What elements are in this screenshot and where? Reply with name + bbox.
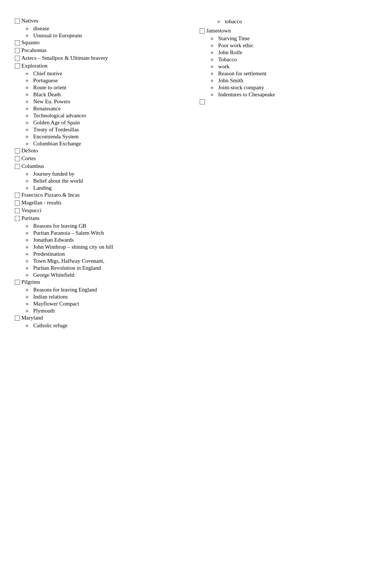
bullet-icon <box>15 216 20 221</box>
sub-item-label: Unusual to Europeans <box>33 32 192 39</box>
sub-bullet-icon: o <box>26 237 33 243</box>
list-item: Pocahontas <box>15 47 192 54</box>
sub-bullet-icon: o <box>26 134 33 139</box>
sub-list-item: oRoute to orient <box>15 84 192 91</box>
item-label: Maryland <box>21 315 192 321</box>
sub-bullet-icon: o <box>26 106 33 111</box>
bullet-icon <box>15 18 20 24</box>
item-label: Aztecs – Smallpox & Ultimate bravery <box>21 55 192 61</box>
sub-item-label: Catholic refuge <box>33 323 192 329</box>
list-item: DeSoto <box>15 148 192 154</box>
bullet-icon <box>15 208 20 213</box>
item-label: Exploration <box>21 63 192 69</box>
sub-list-item: oJohn Smith <box>200 77 377 84</box>
sub-list-item: oPortuguese <box>15 77 192 84</box>
sub-bullet-icon: o <box>26 287 33 293</box>
right-column: otobaccoJamestownoStarving TimeoPoor wor… <box>196 18 377 106</box>
sub-bullet-icon: o <box>26 223 33 229</box>
sub-item-label: disease <box>33 25 192 32</box>
list-item: Squanto <box>15 39 192 46</box>
list-item: Cortes <box>15 155 192 162</box>
sub-item-label: George Whitefield <box>33 272 192 278</box>
sub-bullet-icon: o <box>26 265 33 271</box>
list-item <box>200 99 377 104</box>
item-label: Magellan - results <box>21 200 192 206</box>
item-label: Puritans <box>21 215 192 221</box>
sub-list-item: oStarving Time <box>200 35 377 42</box>
list-item: Jamestown <box>200 28 377 34</box>
sub-bullet-icon: o <box>26 127 33 132</box>
sub-list-item: oJourney funded by <box>15 171 192 177</box>
sub-list-item: otobacco <box>206 18 242 25</box>
bullet-icon <box>15 193 20 198</box>
list-item: otobacco <box>200 18 377 26</box>
item-label: Jamestown <box>206 28 377 34</box>
sub-item-label: Reasons for leaving England <box>33 287 192 293</box>
sub-item-label: Mayflower Compact <box>33 301 192 307</box>
sub-item-label: Town Mtgs, Halfway Covenant, <box>33 258 192 264</box>
list-item: Columbus <box>15 163 192 169</box>
sub-list-item: oTreaty of Tordesillas <box>15 127 192 133</box>
list-item: Magellan - results <box>15 200 192 206</box>
sub-bullet-icon: o <box>26 294 33 300</box>
sub-list-item: oGeorge Whitefield <box>15 272 192 278</box>
sub-bullet-icon: o <box>211 42 218 48</box>
sub-bullet-icon: o <box>211 63 218 69</box>
sub-item-label: Chief motive <box>33 70 192 77</box>
item-label: Natives <box>21 18 192 24</box>
item-label: Pilgrims <box>21 279 192 285</box>
item-label: Columbus <box>21 163 192 169</box>
bullet-icon <box>200 28 205 34</box>
list-item: Natives <box>15 18 192 24</box>
sub-item-label: Treaty of Tordesillas <box>33 127 192 133</box>
sub-list-item: oPlymouth <box>15 308 192 314</box>
bullet-icon <box>15 164 20 169</box>
sub-list-item: oJonathan Edwards <box>15 237 192 243</box>
sub-list-item: owork <box>200 63 377 70</box>
sub-item-label: Reasons for leaving GB <box>33 223 192 229</box>
sub-item-label: Plymouth <box>33 308 192 314</box>
sub-item-label: Black Death <box>33 92 192 98</box>
sub-list-item: oJoint-stock company <box>200 84 377 91</box>
sub-bullet-icon: o <box>26 244 33 250</box>
sub-list-item: oTechnological advances <box>15 113 192 119</box>
sub-bullet-icon: o <box>26 84 33 90</box>
sub-bullet-icon: o <box>26 230 33 236</box>
sub-item-label: Columbian Exchange <box>33 141 192 147</box>
sub-bullet-icon: o <box>26 32 33 38</box>
list-item: Puritans <box>15 215 192 221</box>
bullet-icon <box>15 280 20 285</box>
bullet-icon <box>15 48 20 53</box>
bullet-icon <box>15 200 20 206</box>
sub-bullet-icon: o <box>26 92 33 97</box>
sub-list-item: oJohn Rolfe <box>200 49 377 56</box>
item-label: DeSoto <box>21 148 192 154</box>
sub-list-item: oEncomienda System <box>15 134 192 140</box>
bullet-icon <box>15 56 20 61</box>
left-column: NativesodiseaseoUnusual to EuropeansSqua… <box>15 18 196 330</box>
sub-item-label: Predestination <box>33 251 192 257</box>
bullet-icon <box>15 148 20 154</box>
sub-list-item: oReasons for leaving England <box>15 287 192 293</box>
sub-list-item: oPuritan Revolution in England <box>15 265 192 271</box>
sub-bullet-icon: o <box>26 171 33 177</box>
sub-bullet-icon: o <box>26 113 33 118</box>
sub-item-label: Tobacco <box>218 56 377 63</box>
sub-item-label: Technological advances <box>33 113 192 119</box>
sub-bullet-icon: o <box>26 185 33 191</box>
sub-list-item: oChief motive <box>15 70 192 77</box>
sub-list-item: oGolden Age of Spain <box>15 120 192 126</box>
sub-bullet-icon: o <box>26 70 33 76</box>
sub-item-label: John Smith <box>218 77 377 84</box>
sub-list-item: oReasons for leaving GB <box>15 223 192 229</box>
sub-item-label: Starving Time <box>218 35 377 42</box>
sub-bullet-icon: o <box>211 56 218 62</box>
sub-item-label: Golden Age of Spain <box>33 120 192 126</box>
item-label: Francisco Pizzaro & Incas <box>21 192 192 198</box>
sub-bullet-icon: o <box>211 92 218 97</box>
sub-list-item: oLanding <box>15 185 192 191</box>
item-label: Vespucci <box>21 207 192 214</box>
sub-list-item: oTown Mtgs, Halfway Covenant, <box>15 258 192 264</box>
sub-list-item: oCatholic refuge <box>15 323 192 329</box>
sub-list-item: odisease <box>15 25 192 32</box>
